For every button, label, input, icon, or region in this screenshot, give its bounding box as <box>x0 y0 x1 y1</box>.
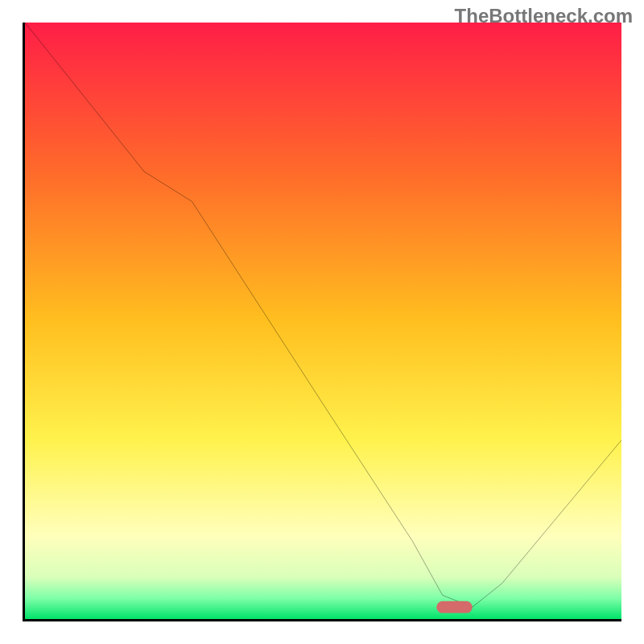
chart-stage: TheBottleneck.com <box>0 0 644 644</box>
plot-area <box>23 23 621 621</box>
gradient-rect <box>25 23 621 619</box>
chart-svg <box>25 23 621 619</box>
optimum-marker <box>436 601 472 613</box>
